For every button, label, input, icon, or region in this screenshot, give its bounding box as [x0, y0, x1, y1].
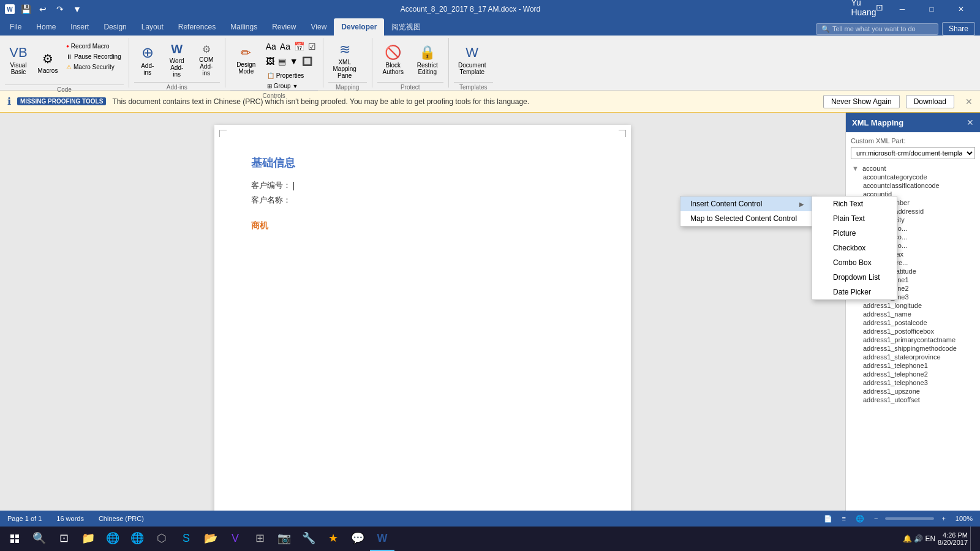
- close-button[interactable]: ✕: [947, 0, 975, 18]
- app5-icon[interactable]: ★: [321, 527, 345, 551]
- chrome-icon[interactable]: 🌐: [125, 527, 149, 551]
- zoom-out-button[interactable]: −: [872, 514, 880, 523]
- xml-item-address1-utcoffset[interactable]: address1_utcoffset: [851, 395, 975, 404]
- visual-basic-button[interactable]: VB VisualBasic: [5, 38, 32, 82]
- submenu-plain-text[interactable]: Plain Text: [812, 211, 897, 226]
- page-status[interactable]: Page 1 of 1: [5, 514, 44, 523]
- properties-button[interactable]: 📋 Properties: [265, 71, 317, 80]
- macros-button[interactable]: ⚙ Macros: [34, 40, 61, 84]
- cortana-icon[interactable]: ⬡: [149, 527, 174, 551]
- tab-home[interactable]: Home: [29, 18, 63, 36]
- control-btn-5[interactable]: 🖼: [265, 55, 276, 67]
- tab-layout[interactable]: Layout: [134, 18, 171, 36]
- pause-recording-button[interactable]: ⏸ Pause Recording: [64, 52, 124, 61]
- xml-item-address1-postalcode[interactable]: address1_postalcode: [851, 318, 975, 327]
- redo-button[interactable]: ↷: [53, 2, 67, 17]
- word-taskbar-icon[interactable]: W: [370, 527, 394, 551]
- undo-button[interactable]: ↩: [36, 2, 50, 17]
- show-desktop-button[interactable]: [970, 527, 973, 551]
- share-button[interactable]: Share: [942, 22, 975, 36]
- record-macro-button[interactable]: ● Record Macro: [64, 42, 124, 51]
- tab-chinese[interactable]: 阅览视图: [384, 18, 428, 36]
- control-btn-1[interactable]: Aa: [265, 40, 277, 53]
- files-icon[interactable]: 📂: [198, 527, 223, 551]
- zoom-slider[interactable]: [885, 517, 934, 520]
- xml-item-address1-telephone1[interactable]: address1_telephone1: [851, 361, 975, 370]
- tab-developer[interactable]: Developer: [334, 18, 384, 36]
- macro-security-button[interactable]: ⚠ Macro Security: [64, 62, 124, 72]
- word-count-status[interactable]: 16 words: [54, 514, 86, 523]
- document-template-button[interactable]: W DocumentTemplate: [454, 38, 491, 82]
- ribbon-display-button[interactable]: ⊡: [872, 0, 887, 15]
- xml-item-address1-stateorprovince[interactable]: address1_stateorprovince: [851, 353, 975, 361]
- minimize-button[interactable]: ─: [888, 0, 916, 18]
- xml-item-accountclassificationcode[interactable]: accountclassificationcode: [851, 181, 975, 190]
- add-ins-button[interactable]: ⊕ Add-ins: [134, 38, 161, 82]
- xml-item-address1-name[interactable]: address1_name: [851, 310, 975, 318]
- skype-icon[interactable]: S: [174, 527, 198, 551]
- edge-icon[interactable]: 🌐: [100, 527, 125, 551]
- context-menu-map-to-selected[interactable]: Map to Selected Content Control: [680, 211, 814, 226]
- control-btn-3[interactable]: 📅: [293, 40, 306, 53]
- control-btn-4[interactable]: ☑: [307, 40, 317, 53]
- maximize-button[interactable]: □: [918, 0, 946, 18]
- control-btn-8[interactable]: 🔲: [301, 55, 314, 67]
- web-layout-button[interactable]: 🌐: [853, 514, 867, 523]
- save-button[interactable]: 💾: [18, 2, 33, 17]
- submenu-dropdown-list[interactable]: Dropdown List: [812, 270, 897, 285]
- customize-qat-button[interactable]: ▼: [70, 2, 85, 17]
- xml-item-accountcategorycode[interactable]: accountcategorycode: [851, 173, 975, 181]
- control-btn-6[interactable]: ▤: [277, 55, 287, 67]
- read-mode-button[interactable]: 📄: [821, 514, 835, 523]
- start-button[interactable]: [2, 527, 27, 551]
- group-button[interactable]: ⊞ Group ▼: [265, 81, 317, 91]
- xml-item-address1-upszone[interactable]: address1_upszone: [851, 387, 975, 395]
- restrict-editing-button[interactable]: 🔒 RestrictEditing: [412, 38, 443, 82]
- com-addins-button[interactable]: ⚙ COMAdd-ins: [193, 38, 220, 82]
- user-account-button[interactable]: Yu Huang: [856, 0, 871, 15]
- tab-view[interactable]: View: [304, 18, 334, 36]
- download-button[interactable]: Download: [906, 95, 954, 108]
- submenu-picture[interactable]: Picture: [812, 226, 897, 241]
- block-authors-button[interactable]: 🚫 BlockAuthors: [377, 38, 409, 82]
- proofing-language-status[interactable]: Chinese (PRC): [96, 514, 146, 523]
- word-addins-button[interactable]: W WordAdd-ins: [164, 38, 190, 82]
- xml-item-address1-telephone3[interactable]: address1_telephone3: [851, 378, 975, 387]
- notification-close-button[interactable]: ✕: [965, 97, 973, 107]
- app2-icon[interactable]: ⊞: [247, 527, 272, 551]
- vs-icon[interactable]: V: [223, 527, 247, 551]
- xml-part-select[interactable]: urn:microsoft-crm/document-templa...: [851, 147, 975, 159]
- design-mode-button[interactable]: ✏ DesignMode: [230, 38, 262, 82]
- tab-references[interactable]: References: [171, 18, 223, 36]
- submenu-checkbox[interactable]: Checkbox: [812, 241, 897, 255]
- xml-item-address1-shippingmethodcode[interactable]: address1_shippingmethodcode: [851, 344, 975, 353]
- context-menu-insert-content-control[interactable]: Insert Content Control ▶: [680, 197, 814, 211]
- zoom-level-display[interactable]: 100%: [953, 514, 975, 523]
- xml-item-address1-longitude[interactable]: address1_longitude: [851, 301, 975, 310]
- search-taskbar-icon[interactable]: 🔍: [27, 527, 51, 551]
- app3-icon[interactable]: 📷: [272, 527, 296, 551]
- submenu-combo-box[interactable]: Combo Box: [812, 255, 897, 270]
- control-btn-2[interactable]: Aa: [279, 40, 292, 53]
- wechat-icon[interactable]: 💬: [345, 527, 370, 551]
- xml-tree-root[interactable]: ▼ account: [851, 164, 975, 173]
- tab-review[interactable]: Review: [265, 18, 303, 36]
- print-layout-button[interactable]: ≡: [840, 514, 848, 523]
- tab-mailings[interactable]: Mailings: [223, 18, 265, 36]
- submenu-rich-text[interactable]: Rich Text: [812, 197, 897, 211]
- task-view-icon[interactable]: ⊡: [51, 527, 76, 551]
- taskbar-clock[interactable]: 4:26 PM 8/20/2017: [938, 531, 968, 546]
- explorer-icon[interactable]: 📁: [76, 527, 100, 551]
- tab-insert[interactable]: Insert: [63, 18, 96, 36]
- zoom-in-button[interactable]: +: [939, 514, 948, 523]
- xml-item-address1-telephone2[interactable]: address1_telephone2: [851, 370, 975, 378]
- xml-item-address1-primarycontactname[interactable]: address1_primarycontactname: [851, 335, 975, 344]
- search-box[interactable]: 🔍 Tell me what you want to do: [816, 23, 938, 35]
- xml-panel-close-button[interactable]: ✕: [967, 118, 974, 127]
- xml-item-address1-postofficebox[interactable]: address1_postofficebox: [851, 327, 975, 335]
- document-area[interactable]: 基础信息 客户编号： 客户名称： 商机: [0, 113, 845, 535]
- tab-file[interactable]: File: [2, 18, 29, 36]
- never-show-again-button[interactable]: Never Show Again: [823, 95, 900, 108]
- xml-mapping-pane-button[interactable]: ≋ XML MappingPane: [328, 38, 361, 82]
- submenu-date-picker[interactable]: Date Picker: [812, 285, 897, 299]
